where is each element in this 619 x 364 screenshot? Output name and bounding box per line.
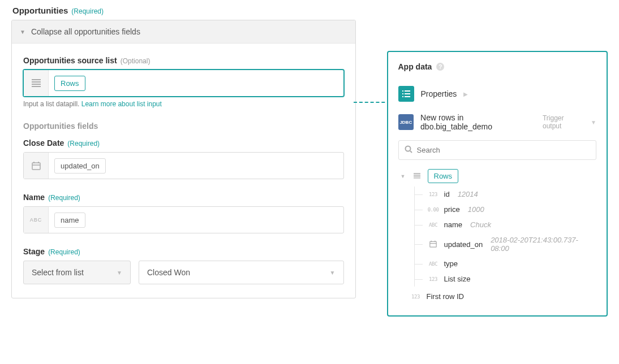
- svg-point-14: [405, 146, 410, 151]
- name-pill[interactable]: name: [54, 213, 85, 228]
- tree-item-value: 12014: [458, 190, 478, 198]
- updated-on-pill[interactable]: updated_on: [54, 158, 106, 174]
- number-type-icon: 123: [410, 294, 422, 300]
- stage-value-select[interactable]: Closed Won ▼: [139, 261, 344, 284]
- chevron-right-icon: ▶: [463, 91, 468, 97]
- tree-item-name: type: [444, 259, 458, 268]
- chevron-down-icon: ▼: [401, 174, 406, 179]
- tree-item-name: updated_on: [444, 240, 483, 249]
- type-icon: 123: [427, 276, 440, 282]
- required-tag: (Required): [48, 248, 80, 256]
- tree-item-value: 2018-02-20T21:43:00.737-08:00: [491, 236, 596, 253]
- stage-field: Stage (Required) Select from list ▼ Clos…: [23, 247, 344, 284]
- help-icon[interactable]: ?: [436, 63, 444, 71]
- tree-item[interactable]: 0.00price1000: [415, 202, 597, 217]
- search-icon: [405, 145, 412, 155]
- chevron-down-icon: ▼: [117, 270, 122, 276]
- close-date-label: Close Date: [23, 138, 64, 148]
- name-label: Name: [23, 193, 45, 202]
- tree-item[interactable]: 123id12014: [415, 187, 597, 202]
- tree-item[interactable]: ABCnameChuck: [415, 217, 597, 232]
- calendar-icon: [427, 240, 440, 249]
- tree-item-first-row-id[interactable]: 123 First row ID: [401, 289, 597, 304]
- rows-pill[interactable]: Rows: [54, 76, 85, 91]
- properties-row[interactable]: Properties ▶: [398, 80, 597, 107]
- svg-rect-4: [32, 163, 40, 170]
- source-list-input[interactable]: Rows: [23, 70, 344, 97]
- tree-item-name: id: [444, 190, 450, 198]
- chevron-down-icon: ▼: [591, 119, 596, 125]
- list-icon: [24, 70, 49, 96]
- tree-root-rows[interactable]: ▼ Rows: [401, 166, 597, 187]
- opportunities-panel: Opportunities (Required) ▼ Collapse all …: [11, 6, 356, 317]
- app-data-panel: App data ? Properties ▶ JDBC New rows in…: [387, 51, 608, 317]
- collapse-toggle[interactable]: ▼ Collapse all opportunities fields: [12, 20, 355, 44]
- tree-item-name: price: [444, 205, 460, 214]
- search-box[interactable]: [398, 140, 597, 160]
- tree-item-value: 1000: [468, 205, 484, 214]
- list-icon: [411, 173, 423, 180]
- chevron-down-icon: ▼: [330, 270, 336, 276]
- required-tag: (Required): [71, 7, 104, 15]
- type-icon: 123: [427, 192, 440, 197]
- stage-label: Stage: [23, 247, 45, 256]
- stage-mode-select[interactable]: Select from list ▼: [23, 261, 131, 284]
- type-icon: 0.00: [427, 207, 440, 213]
- data-tree: ▼ Rows 123id120140.00price1000ABCnameChu…: [398, 166, 597, 304]
- search-input[interactable]: [417, 146, 591, 154]
- source-list-help: Input a list datapill. Learn more about …: [23, 100, 344, 108]
- close-date-input[interactable]: updated_on: [23, 152, 344, 179]
- name-field: Name (Required) ABC name: [23, 193, 344, 233]
- tree-item[interactable]: ABCtype: [415, 256, 597, 271]
- app-data-header: App data ?: [398, 62, 597, 71]
- section-header: Opportunities (Required): [11, 6, 356, 15]
- properties-icon: [398, 86, 414, 102]
- required-tag: (Required): [67, 140, 100, 148]
- type-icon: ABC: [427, 222, 440, 228]
- name-input[interactable]: ABC name: [23, 206, 344, 233]
- type-icon: ABC: [427, 261, 440, 267]
- calendar-icon: [24, 153, 49, 179]
- jdbc-icon: JDBC: [398, 114, 414, 130]
- source-list-label: Opportunities source list: [23, 56, 117, 65]
- optional-tag: (Optional): [121, 57, 151, 65]
- source-list-field: Opportunities source list (Optional) Row…: [23, 56, 344, 108]
- fields-subheader: Opportunities fields: [23, 122, 344, 131]
- trigger-row[interactable]: JDBC New rows in dbo.big_table_demo Trig…: [398, 107, 597, 137]
- tree-item-name: name: [444, 220, 463, 229]
- opportunities-box: ▼ Collapse all opportunities fields Oppo…: [11, 20, 356, 298]
- required-tag: (Required): [48, 194, 80, 202]
- collapse-label: Collapse all opportunities fields: [31, 27, 140, 36]
- tree-item[interactable]: updated_on2018-02-20T21:43:00.737-08:00: [415, 232, 597, 256]
- chevron-down-icon: ▼: [20, 29, 25, 35]
- learn-more-link[interactable]: Learn more about list input: [81, 100, 162, 108]
- tree-item[interactable]: 123List size: [415, 271, 597, 287]
- section-title: Opportunities: [12, 6, 68, 15]
- text-icon: ABC: [24, 207, 49, 233]
- svg-line-15: [410, 151, 412, 153]
- svg-rect-20: [430, 241, 436, 247]
- tree-item-value: Chuck: [470, 220, 491, 229]
- close-date-field: Close Date (Required) updated_on: [23, 138, 344, 179]
- tree-item-name: List size: [444, 275, 471, 283]
